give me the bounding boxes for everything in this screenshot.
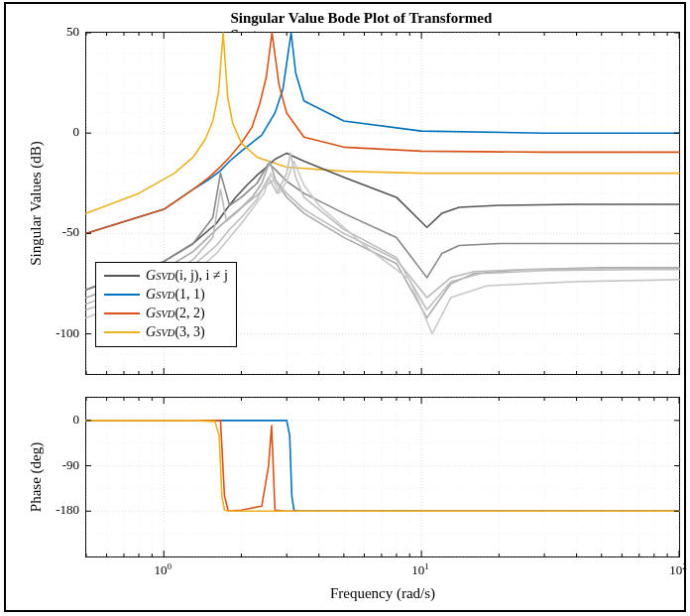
xtick-0: 100 — [154, 561, 172, 578]
mag-ytick-2: 0 — [73, 124, 80, 140]
legend-swatch-offdiag — [104, 275, 140, 277]
legend-item-offdiag: GSVD(i, j), i ≠ j — [104, 267, 228, 286]
phase-ytick-1: -90 — [62, 457, 79, 473]
legend-swatch-33 — [104, 331, 140, 333]
phase-ylabel: Phase (deg) — [28, 442, 45, 512]
legend-label-33: GSVD(3, 3) — [146, 323, 205, 342]
legend-label-22: GSVD(2, 2) — [146, 305, 205, 323]
bode-figure: Singular Value Bode Plot of Transformed … — [0, 0, 690, 616]
legend-item-11: GSVD(1, 1) — [104, 286, 228, 305]
phase-panel — [85, 397, 680, 557]
magnitude-ylabel: Singular Values (dB) — [28, 141, 45, 266]
xlabel: Frequency (rad/s) — [330, 585, 435, 602]
phase-ytick-2: 0 — [73, 412, 80, 428]
xtick-1: 101 — [411, 561, 429, 578]
legend: GSVD(i, j), i ≠ j GSVD(1, 1) GSVD(2, 2) … — [95, 262, 237, 347]
mag-ytick-0: -100 — [56, 325, 79, 341]
phase-plot-area — [86, 398, 679, 556]
legend-item-22: GSVD(2, 2) — [104, 305, 228, 323]
mag-ytick-1: -50 — [62, 224, 79, 240]
legend-item-33: GSVD(3, 3) — [104, 323, 228, 342]
xtick-2: 102 — [669, 561, 687, 578]
legend-swatch-22 — [104, 312, 140, 314]
legend-label-11: GSVD(1, 1) — [146, 286, 205, 305]
mag-ytick-3: 50 — [66, 24, 79, 40]
legend-label-offdiag: GSVD(i, j), i ≠ j — [146, 267, 228, 286]
phase-ytick-0: -180 — [56, 502, 79, 518]
legend-swatch-11 — [104, 294, 140, 296]
